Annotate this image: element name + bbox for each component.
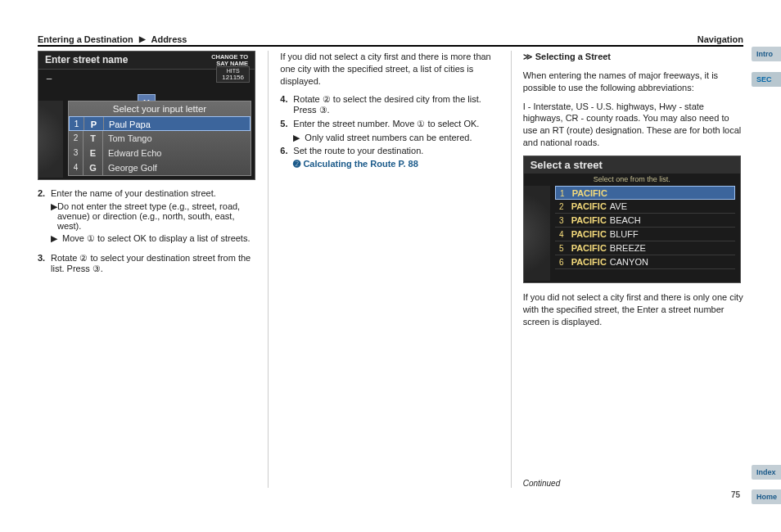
step-5: 5. Enter the street number. Move ① to se… xyxy=(280,119,500,129)
nav-screenshot-select-street: Select a street Select one from the list… xyxy=(523,156,741,283)
header-breadcrumb-2: Address xyxy=(151,34,187,44)
nav1-title: Enter street name xyxy=(45,54,128,66)
step-2-note-2: ▶Move ① to select OK to display a list o… xyxy=(51,233,258,244)
tab-home[interactable]: Home xyxy=(752,489,781,504)
nav2-title: Select a street xyxy=(524,156,740,174)
col2-intro: If you did not select a city first and t… xyxy=(280,51,500,88)
tip-body-2: If you did not select a city first and t… xyxy=(523,291,743,328)
tab-intro[interactable]: Intro xyxy=(752,47,781,61)
step-2-note-1: ▶Do not enter the street type (e.g., str… xyxy=(51,201,258,231)
list-item: 2PACIFICAVE xyxy=(555,200,735,214)
nav2-subtitle: Select one from the list. xyxy=(524,174,740,187)
list-item: 2TTom Tango xyxy=(69,131,251,146)
list-item: 3PACIFICBEACH xyxy=(555,214,735,228)
step-6: 6. Set the route to your destination. xyxy=(280,146,500,156)
list-item: 5PACIFICBREEZE xyxy=(555,241,735,255)
column-3: ≫ Selecting a Street When entering the n… xyxy=(523,51,743,488)
tip-body-1b: I - Interstate, US - U.S. highways, Hwy … xyxy=(523,101,743,149)
continued-label: Continued xyxy=(523,479,743,488)
cross-ref-link[interactable]: ➋ Calculating the Route P. 88 xyxy=(293,159,500,169)
header-section: Navigation xyxy=(697,34,743,44)
arrow-icon: ▶ xyxy=(293,133,305,143)
arrow-icon: ▶ xyxy=(51,233,62,244)
nav1-change-to-say-name: CHANGE TO SAY NAME xyxy=(211,54,248,66)
nav1-dial-icon xyxy=(38,101,63,178)
arrow-icon: ▶ xyxy=(51,201,57,231)
header-breadcrumb-1: Entering a Destination xyxy=(38,34,133,44)
step-4: 4. Rotate ② to select the desired city f… xyxy=(280,94,500,115)
tab-sec[interactable]: SEC xyxy=(752,72,781,87)
step-3: 3. Rotate ② to select your destination s… xyxy=(38,253,258,274)
header-rule xyxy=(38,45,743,47)
list-item: 4PACIFICBLUFF xyxy=(555,228,735,241)
list-item: 1PACIFIC xyxy=(555,186,735,200)
page-header: Entering a Destination ▶ Address Navigat… xyxy=(38,34,743,44)
nav1-panel-title: Select your input letter xyxy=(69,101,251,116)
content-columns: Enter street name CHANGE TO SAY NAME _ H… xyxy=(38,51,743,488)
column-1: Enter street name CHANGE TO SAY NAME _ H… xyxy=(38,51,269,488)
list-item: 1PPaul Papa xyxy=(69,116,251,131)
column-2: If you did not select a city first and t… xyxy=(280,51,511,488)
nav2-dial-icon xyxy=(524,186,550,281)
page-number: 75 xyxy=(731,490,740,499)
list-item: 4GGeorge Golf xyxy=(69,160,251,175)
nav2-street-list: 1PACIFIC 2PACIFICAVE 3PACIFICBEACH 4PACI… xyxy=(555,186,735,269)
nav-screenshot-enter-street: Enter street name CHANGE TO SAY NAME _ H… xyxy=(38,51,255,180)
nav1-hits-value: 121156 xyxy=(222,74,244,81)
tip-body-1a: When entering the names of major freeway… xyxy=(523,70,743,94)
nav1-hits-label: HITS xyxy=(222,68,244,74)
header-sep-icon: ▶ xyxy=(139,34,146,43)
tab-index[interactable]: Index xyxy=(752,465,781,480)
tip-heading: ≫ Selecting a Street xyxy=(523,51,743,63)
step-2: 2. Enter the name of your destination st… xyxy=(38,188,258,198)
list-item: 6PACIFICCANYON xyxy=(555,255,735,269)
nav1-input-cursor: _ xyxy=(47,70,52,79)
list-item: 3EEdward Echo xyxy=(69,146,251,160)
nav1-phonetic-panel: Select your input letter 1PPaul Papa 2TT… xyxy=(68,101,251,176)
nav1-hits-box: HITS 121156 xyxy=(216,66,250,83)
step-5-note: ▶Only valid street numbers can be entere… xyxy=(293,133,500,143)
